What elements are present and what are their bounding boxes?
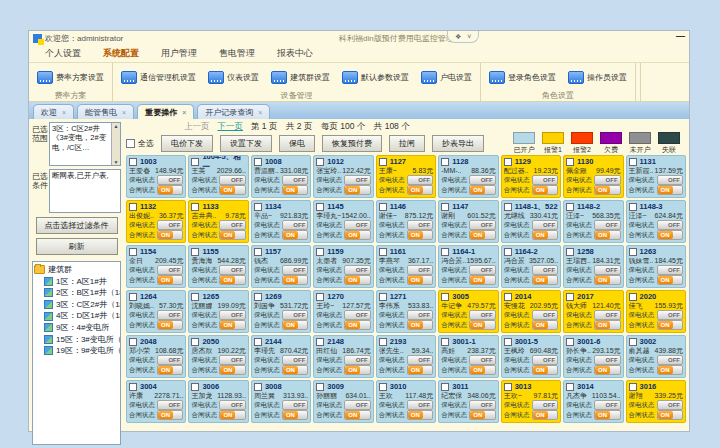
card-checkbox[interactable] [316, 293, 324, 301]
switch-state-toggle[interactable]: ON [157, 185, 183, 195]
power-protect-toggle[interactable]: OFF [469, 265, 495, 275]
switch-state-toggle[interactable]: ON [657, 185, 683, 195]
meter-card[interactable]: 1269刘国争531.72元保电状态OFF合闸状态ON [251, 290, 311, 333]
action-button-3[interactable]: 保电 [279, 135, 315, 152]
card-checkbox[interactable] [254, 293, 262, 301]
card-checkbox[interactable] [504, 158, 512, 166]
meter-card[interactable]: 2048郑小荣108.68元保电状态OFF合闸状态ON [126, 335, 186, 378]
meter-card[interactable]: 1270王玲~127.57元保电状态OFF合闸状态ON [313, 290, 373, 333]
meter-card[interactable]: 1148-2汪泽~568.35元保电状态OFF合闸状态ON [563, 200, 623, 243]
meter-card[interactable]: 1164-1冯合景..1595.67..保电状态OFF合闸状态ON [438, 245, 498, 288]
switch-state-toggle[interactable]: ON [157, 275, 183, 285]
card-checkbox[interactable] [504, 383, 512, 391]
switch-state-toggle[interactable]: ON [532, 275, 558, 285]
power-protect-toggle[interactable]: OFF [594, 265, 620, 275]
meter-card[interactable]: 1129配过器..19.23元保电状态OFF合闸状态ON [501, 155, 561, 198]
selected-range-listbox[interactable]: 3区：C区2#井《3#变电，2#变电，/C区… ▲ ▼ [49, 122, 121, 166]
action-button-5[interactable]: 拉闸 [389, 135, 425, 152]
power-protect-toggle[interactable]: OFF [657, 355, 683, 365]
power-protect-toggle[interactable]: OFF [532, 220, 558, 230]
card-checkbox[interactable] [379, 158, 387, 166]
switch-state-toggle[interactable]: ON [344, 185, 370, 195]
action-button-2[interactable]: 设置下发 [220, 135, 272, 152]
switch-state-toggle[interactable]: ON [219, 275, 245, 285]
tree-item-4[interactable]: 4区：D区1#井（1#变电 [34, 310, 119, 322]
card-checkbox[interactable] [629, 158, 637, 166]
power-protect-toggle[interactable]: OFF [282, 265, 308, 275]
action-button-4[interactable]: 恢复预付费 [322, 135, 382, 152]
meter-card[interactable]: 2193张先生..59.34..保电状态OFF合闸状态ON [376, 335, 436, 378]
switch-state-toggle[interactable]: ON [407, 230, 433, 240]
switch-state-toggle[interactable]: ON [594, 365, 620, 375]
card-checkbox[interactable] [129, 158, 137, 166]
card-checkbox[interactable] [254, 383, 262, 391]
meter-card[interactable]: 1128-MM-..88.36元保电状态OFF合闸状态ON [438, 155, 498, 198]
power-protect-toggle[interactable]: OFF [344, 355, 370, 365]
card-checkbox[interactable] [629, 293, 637, 301]
power-protect-toggle[interactable]: OFF [282, 310, 308, 320]
switch-state-toggle[interactable]: ON [157, 410, 183, 420]
ribbon-button[interactable]: 费率方案设置 [31, 69, 110, 86]
switch-state-toggle[interactable]: ON [469, 275, 495, 285]
meter-card[interactable]: 1133吉井典..9.78元保电状态OFF合闸状态ON [188, 200, 248, 243]
switch-state-toggle[interactable]: ON [469, 365, 495, 375]
card-checkbox[interactable] [191, 338, 199, 346]
card-checkbox[interactable] [566, 383, 574, 391]
ribbon-button[interactable]: 建筑群设置 [265, 69, 336, 86]
power-protect-toggle[interactable]: OFF [407, 265, 433, 275]
switch-state-toggle[interactable]: ON [594, 185, 620, 195]
card-checkbox[interactable] [191, 158, 199, 166]
switch-state-toggle[interactable]: ON [532, 320, 558, 330]
meter-card[interactable]: 3011纪宏保348.06元保电状态OFF合闸状态ON [438, 380, 498, 423]
switch-state-toggle[interactable]: ON [219, 320, 245, 330]
meter-card[interactable]: 3006王加龙1128.93..保电状态OFF合闸状态ON [188, 380, 248, 423]
switch-state-toggle[interactable]: ON [219, 185, 245, 195]
power-protect-toggle[interactable]: OFF [469, 310, 495, 320]
meter-card[interactable]: 3004许康2278.71..保电状态OFF合闸状态ON [126, 380, 186, 423]
card-checkbox[interactable] [254, 248, 262, 256]
switch-state-toggle[interactable]: ON [407, 410, 433, 420]
switch-state-toggle[interactable]: ON [594, 320, 620, 330]
power-protect-toggle[interactable]: OFF [407, 400, 433, 410]
meter-card[interactable]: 1127王康~5.83元保电状态OFF合闸状态ON [376, 155, 436, 198]
tab-close-icon[interactable]: × [62, 109, 66, 116]
meter-card[interactable]: 1003王爱春148.94元保电状态OFF合闸状态ON [126, 155, 186, 198]
card-checkbox[interactable] [504, 248, 512, 256]
switch-state-toggle[interactable]: ON [594, 410, 620, 420]
switch-state-toggle[interactable]: ON [407, 185, 433, 195]
card-checkbox[interactable] [441, 158, 449, 166]
meter-card[interactable]: 1271李伟系533.83..保电状态OFF合闸状态ON [376, 290, 436, 333]
style-icon[interactable]: ❖ [455, 33, 461, 41]
card-checkbox[interactable] [129, 293, 137, 301]
switch-state-toggle[interactable]: ON [469, 320, 495, 330]
power-protect-toggle[interactable]: OFF [657, 265, 683, 275]
prev-page-link[interactable]: 上一页 [184, 121, 210, 133]
meter-card[interactable]: 1155贵海海544.28元保电状态OFF合闸状态ON [188, 245, 248, 288]
card-checkbox[interactable] [379, 383, 387, 391]
power-protect-toggle[interactable]: OFF [594, 310, 620, 320]
switch-state-toggle[interactable]: ON [657, 275, 683, 285]
menu-item-3[interactable]: 用户管理 [151, 46, 207, 62]
card-checkbox[interactable] [441, 203, 449, 211]
tree-item-1[interactable]: 1区：A区1#井 [34, 276, 119, 288]
meter-card[interactable]: 1264刘晓嫣..57.30元保电状态OFF合闸状态ON [126, 290, 186, 333]
ribbon-button[interactable]: 操作员设置 [562, 69, 633, 86]
tree-item-7[interactable]: 19区：9#变电所（4#变电 [34, 345, 119, 357]
meter-card[interactable]: 1008曹温丽..331.08元保电状态OFF合闸状态ON [251, 155, 311, 198]
switch-state-toggle[interactable]: ON [469, 410, 495, 420]
meter-card[interactable]: 1147谢刚601.52元保电状态OFF合闸状态ON [438, 200, 498, 243]
switch-state-toggle[interactable]: ON [219, 230, 245, 240]
switch-state-toggle[interactable]: ON [657, 410, 683, 420]
power-protect-toggle[interactable]: OFF [469, 175, 495, 185]
meter-card[interactable]: 3016谢翔339.25元保电状态OFF合闸状态ON [626, 380, 686, 423]
card-checkbox[interactable] [504, 338, 512, 346]
meter-card[interactable]: 2148田红仙186.74元保电状态OFF合闸状态ON [313, 335, 373, 378]
card-checkbox[interactable] [566, 338, 574, 346]
card-checkbox[interactable] [316, 203, 324, 211]
power-protect-toggle[interactable]: OFF [157, 175, 183, 185]
switch-state-toggle[interactable]: ON [219, 410, 245, 420]
card-checkbox[interactable] [379, 338, 387, 346]
power-protect-toggle[interactable]: OFF [282, 220, 308, 230]
switch-state-toggle[interactable]: ON [657, 365, 683, 375]
tree-item-2[interactable]: 2区：B区1#井（1#变电 [34, 287, 119, 299]
